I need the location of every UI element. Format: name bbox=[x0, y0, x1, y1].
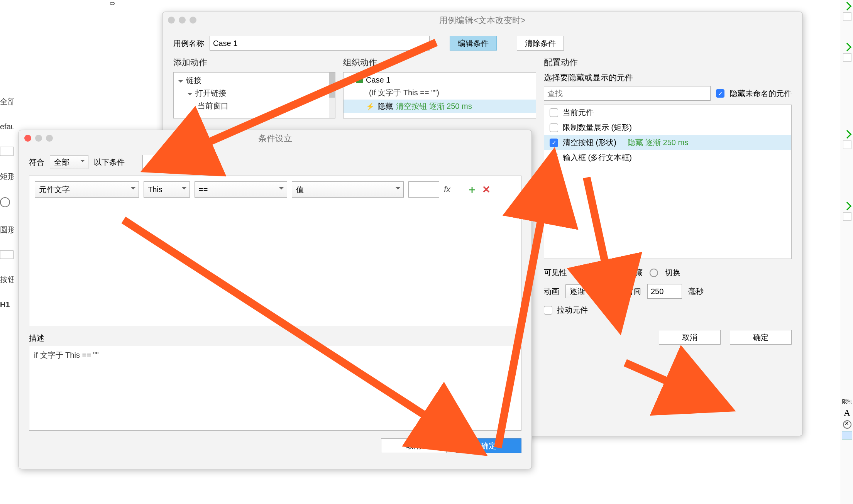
desc-label: 描述 bbox=[29, 333, 521, 343]
checkbox[interactable] bbox=[550, 108, 558, 117]
tree-currentwindow[interactable]: 当前窗口 bbox=[198, 101, 228, 111]
match-select[interactable]: 全部 bbox=[50, 155, 88, 169]
checkbox[interactable] bbox=[550, 154, 558, 162]
chevron-down-icon[interactable] bbox=[348, 80, 353, 85]
letter-a-icon[interactable]: A bbox=[841, 408, 853, 418]
tree-link[interactable]: 链接 bbox=[186, 75, 201, 86]
drag-checkbox[interactable] bbox=[544, 306, 552, 315]
chevron-down-icon[interactable] bbox=[188, 93, 192, 98]
lib-rect[interactable]: 矩形1 bbox=[0, 171, 14, 182]
organize-panel[interactable]: Case 1 (If 文字于 This == "") ⚡ 隐藏 清空按钮 逐渐 … bbox=[343, 72, 536, 118]
right-sidebar: 限制 A bbox=[841, 0, 853, 504]
close-icon[interactable] bbox=[24, 135, 31, 142]
ok-button[interactable]: 确定 bbox=[730, 330, 792, 345]
tree-openlink[interactable]: 打开链接 bbox=[195, 88, 226, 98]
close-icon[interactable] bbox=[168, 17, 175, 24]
minimize-icon[interactable] bbox=[35, 135, 42, 142]
cursor-icon[interactable] bbox=[843, 43, 851, 52]
anim-select[interactable]: 逐渐 bbox=[565, 284, 619, 298]
chevron-down-icon[interactable] bbox=[178, 80, 183, 85]
bolt-icon: ⚡ bbox=[366, 102, 374, 111]
fx-button[interactable]: fx bbox=[444, 184, 450, 194]
tool-square[interactable] bbox=[843, 53, 851, 62]
toggle-label: 切换 bbox=[665, 267, 680, 278]
target-select[interactable]: This bbox=[144, 181, 190, 198]
cancel-button[interactable]: 取消 bbox=[659, 330, 721, 345]
widget-label[interactable]: 输入框 (多行文本框) bbox=[563, 152, 632, 163]
cursor-icon[interactable] bbox=[843, 2, 851, 11]
widget-suffix: 隐藏 逐渐 250 ms bbox=[628, 137, 688, 148]
time-unit: 毫秒 bbox=[688, 286, 704, 297]
field-value: 元件文字 bbox=[39, 184, 70, 195]
cursor-icon[interactable] bbox=[843, 130, 851, 139]
fill-swatch[interactable] bbox=[842, 431, 852, 440]
show-label: 显示 bbox=[589, 267, 605, 278]
anim-label: 动画 bbox=[544, 286, 559, 297]
circle-icon bbox=[0, 197, 10, 207]
remove-icon[interactable]: ✕ bbox=[482, 184, 491, 196]
maximize-icon[interactable] bbox=[46, 135, 53, 142]
edit-condition-button[interactable]: 编辑条件 bbox=[450, 36, 497, 51]
case-icon bbox=[356, 78, 363, 83]
valuetype-select[interactable]: 值 bbox=[292, 181, 404, 198]
hide-unnamed-label: 隐藏未命名的元件 bbox=[730, 88, 792, 99]
ruler: 0 bbox=[111, 0, 115, 7]
value-input[interactable] bbox=[408, 181, 439, 198]
lib-h1[interactable]: H1 bbox=[0, 300, 14, 309]
widget-row: 输入框 (多行文本框) bbox=[544, 150, 791, 165]
lib-button-swatch[interactable] bbox=[0, 250, 14, 259]
ruler-zero: 0 bbox=[109, 2, 116, 5]
case-name-label: 用例名称 bbox=[173, 38, 204, 49]
desc-text: if 文字于 This == "" bbox=[34, 351, 99, 359]
hide-unnamed-checkbox[interactable] bbox=[716, 89, 724, 98]
limit-label: 限制 bbox=[841, 398, 853, 405]
add-action-label: 添加动作 bbox=[173, 57, 335, 68]
cancel-button[interactable]: 取消 bbox=[381, 438, 447, 453]
ok-button[interactable]: 确定 bbox=[456, 438, 521, 453]
radio-toggle[interactable] bbox=[650, 269, 658, 277]
lib-button[interactable]: 按钮 bbox=[0, 274, 14, 285]
organize-action-label: 组织动作 bbox=[343, 57, 536, 68]
widget-label[interactable]: 当前元件 bbox=[563, 107, 594, 118]
search-input[interactable] bbox=[544, 86, 711, 101]
tool-square[interactable] bbox=[843, 212, 851, 221]
widget-list[interactable]: 当前元件 限制数量展示 (矩形) 清空按钮 (形状) 隐藏 逐渐 250 ms … bbox=[544, 105, 792, 259]
operator-select[interactable]: == bbox=[195, 181, 287, 198]
operator-value: == bbox=[199, 185, 208, 194]
lib-ellipse[interactable]: 圆形 bbox=[0, 225, 14, 235]
widget-label[interactable]: 清空按钮 (形状) bbox=[563, 137, 616, 148]
radio-show[interactable] bbox=[574, 269, 582, 277]
action-target[interactable]: 清空按钮 逐渐 250 ms bbox=[396, 101, 472, 112]
cursor-icon[interactable] bbox=[843, 202, 851, 211]
clear-condition-button[interactable]: 清除条件 bbox=[517, 36, 564, 51]
match-suffix: 以下条件 bbox=[94, 157, 125, 167]
widget-label[interactable]: 限制数量展示 (矩形) bbox=[563, 122, 632, 133]
clear-all-button[interactable]: 清除全部 bbox=[142, 155, 190, 169]
desc-box[interactable]: if 文字于 This == "" bbox=[29, 346, 521, 431]
maximize-icon[interactable] bbox=[190, 17, 196, 24]
case-name-input[interactable] bbox=[210, 36, 430, 51]
minimize-icon[interactable] bbox=[179, 17, 186, 24]
titlebar[interactable]: 条件设立 bbox=[19, 130, 531, 147]
tool-square[interactable] bbox=[843, 140, 851, 149]
widget-row: 清空按钮 (形状) 隐藏 逐渐 250 ms bbox=[544, 135, 791, 150]
action-tree[interactable]: 链接 打开链接 当前窗口 bbox=[173, 72, 335, 118]
checkbox[interactable] bbox=[550, 139, 558, 147]
checkbox[interactable] bbox=[550, 123, 558, 132]
lib-all[interactable]: 全部 bbox=[0, 96, 14, 107]
radio-hide[interactable] bbox=[612, 269, 620, 277]
tool-square[interactable] bbox=[843, 12, 851, 21]
match-label: 符合 bbox=[29, 157, 44, 167]
lib-swatch[interactable] bbox=[0, 147, 14, 156]
scrollbar[interactable] bbox=[329, 73, 335, 118]
case-node[interactable]: Case 1 bbox=[366, 76, 390, 85]
titlebar[interactable]: 用例编辑<文本改变时> bbox=[162, 12, 802, 29]
field-select[interactable]: 元件文字 bbox=[35, 181, 139, 198]
clear-style-icon[interactable] bbox=[843, 420, 851, 429]
add-icon[interactable]: ＋ bbox=[467, 182, 477, 197]
anim-value: 逐渐 bbox=[570, 286, 585, 297]
condition-row: 元件文字 This == 值 fx ＋ ✕ bbox=[35, 181, 516, 198]
time-input[interactable] bbox=[647, 284, 682, 299]
left-sidebar: 全部 efaul 矩形1 圆形 按钮 H1 bbox=[0, 96, 14, 367]
lib-default[interactable]: efaul bbox=[0, 122, 14, 131]
